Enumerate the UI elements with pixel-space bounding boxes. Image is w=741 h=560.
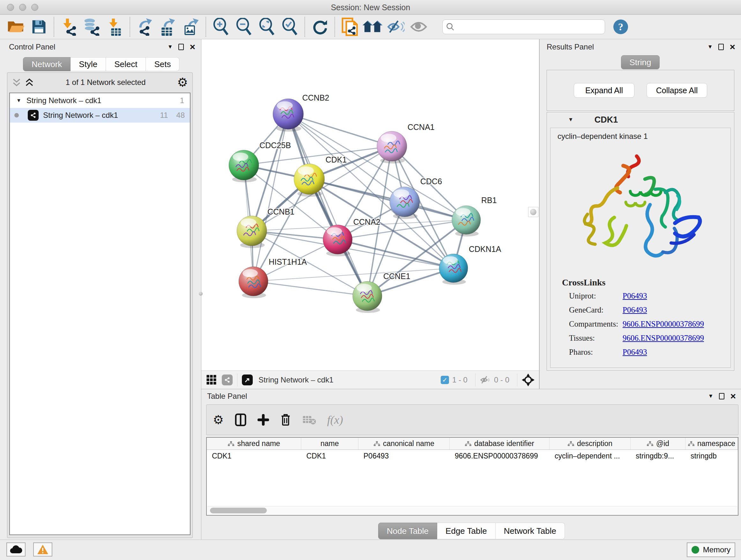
network-node-cdc25b[interactable]: CDC25B xyxy=(229,141,291,182)
node-label: CCNB2 xyxy=(302,93,329,102)
detach-view-button[interactable] xyxy=(242,374,253,385)
network-node-ccne1[interactable]: CCNE1 xyxy=(353,272,410,313)
table-cell[interactable]: CDK1 xyxy=(301,450,358,462)
import-network-from-file-button[interactable] xyxy=(57,17,80,37)
hidden-eye-slash-icon xyxy=(480,375,491,384)
column-header[interactable]: @id xyxy=(630,438,685,449)
tab-node-table[interactable]: Node Table xyxy=(378,523,437,539)
network-node-rb1[interactable]: RB1 xyxy=(452,196,497,237)
collapse-all-button[interactable]: Collapse All xyxy=(647,83,707,98)
zoom-out-button[interactable] xyxy=(232,17,255,37)
network-node-cdkn1a[interactable]: CDKN1A xyxy=(439,245,501,285)
collapse-all-icon[interactable] xyxy=(12,78,21,87)
results-panel-close-icon[interactable]: × xyxy=(730,44,735,50)
scrollbar-thumb[interactable] xyxy=(210,508,267,513)
open-session-button[interactable] xyxy=(4,17,27,37)
import-network-from-database-button[interactable] xyxy=(80,17,104,37)
crosslink-link[interactable]: P06493 xyxy=(623,306,647,314)
birds-eye-view-icon[interactable] xyxy=(522,374,535,386)
table-cell[interactable]: cyclin–dependent ... xyxy=(549,450,630,462)
column-type-icon xyxy=(688,441,695,447)
table-row[interactable]: CDK1CDK1P064939606.ENSP00000378699cyclin… xyxy=(207,450,738,462)
export-image-button[interactable] xyxy=(179,17,202,37)
help-button[interactable]: ? xyxy=(613,19,628,34)
column-header[interactable]: shared name xyxy=(207,438,301,449)
panel-divider-dot[interactable] xyxy=(199,292,203,296)
expand-all-icon[interactable] xyxy=(24,78,34,87)
network-options-gear-icon[interactable]: ⚙ xyxy=(177,76,188,88)
search-input[interactable] xyxy=(455,22,602,31)
show-all-button[interactable] xyxy=(407,17,430,37)
column-header[interactable]: canonical name xyxy=(358,438,450,449)
table-cell[interactable]: CDK1 xyxy=(207,450,301,462)
column-header[interactable]: name xyxy=(301,438,358,449)
table-options-gear-icon[interactable]: ⚙ xyxy=(213,414,224,426)
network-node-ccnb1[interactable]: CCNB1 xyxy=(237,207,294,248)
export-network-button[interactable] xyxy=(133,17,156,37)
tree-expander-icon[interactable]: ▼ xyxy=(16,98,21,104)
network-view-icon[interactable] xyxy=(222,374,232,385)
zoom-fit-button[interactable] xyxy=(255,17,278,37)
network-edge[interactable] xyxy=(253,114,288,281)
network-edge[interactable] xyxy=(288,114,392,146)
network-edge[interactable] xyxy=(253,281,367,296)
new-network-from-selection-button[interactable] xyxy=(338,17,361,37)
tab-network-table[interactable]: Network Table xyxy=(495,523,565,539)
tab-string[interactable]: String xyxy=(621,55,660,69)
table-cell[interactable]: stringdb xyxy=(685,450,738,462)
tab-edge-table[interactable]: Edge Table xyxy=(437,523,495,539)
crosslink-link[interactable]: P06493 xyxy=(623,292,647,300)
network-collection-row[interactable]: ▼ String Network – cdk1 1 xyxy=(10,93,190,108)
delete-column-icon[interactable] xyxy=(280,413,291,427)
column-header[interactable]: namespace xyxy=(685,438,738,449)
results-panel-float-icon[interactable] xyxy=(718,44,724,50)
table-panel-close-icon[interactable]: × xyxy=(730,393,736,399)
network-edge[interactable] xyxy=(288,114,367,296)
network-node-hist1h1a[interactable]: HIST1H1A xyxy=(239,257,307,298)
warnings-button[interactable] xyxy=(33,543,52,557)
crosslink-link[interactable]: 9606.ENSP00000378699 xyxy=(623,320,704,328)
zoom-selected-button[interactable] xyxy=(278,17,301,37)
table-panel-float-icon[interactable] xyxy=(719,393,724,399)
tab-network[interactable]: Network xyxy=(23,57,71,71)
zoom-in-button[interactable] xyxy=(209,17,232,37)
table-cell[interactable]: stringdb:9... xyxy=(630,450,685,462)
first-neighbors-button[interactable] xyxy=(361,17,384,37)
network-canvas[interactable]: CCNB2CCNA1CDC25BCDK1CDC6RB1CCNB1CCNA2CDK… xyxy=(201,39,539,370)
show-columns-icon[interactable] xyxy=(234,413,247,427)
hide-selection-button[interactable] xyxy=(384,17,407,37)
cloud-status-button[interactable] xyxy=(6,543,25,557)
add-column-icon[interactable] xyxy=(258,414,269,426)
import-table-from-file-button[interactable] xyxy=(104,17,126,37)
protein-section-expander-icon[interactable]: ▼ xyxy=(568,117,574,123)
tab-select[interactable]: Select xyxy=(106,57,146,71)
control-panel-float-icon[interactable] xyxy=(179,44,184,50)
table-panel-collapse-icon[interactable]: ▼ xyxy=(708,393,714,399)
selected-checkbox-icon[interactable]: ✓ xyxy=(441,376,449,384)
table-cell[interactable]: 9606.ENSP00000378699 xyxy=(450,450,549,462)
crosslink-link[interactable]: 9606.ENSP00000378699 xyxy=(623,334,704,343)
table-horizontal-scrollbar[interactable] xyxy=(207,506,737,514)
tab-sets[interactable]: Sets xyxy=(146,57,179,71)
save-session-button[interactable] xyxy=(27,17,51,37)
network-row[interactable]: String Network – cdk1 11 48 xyxy=(10,108,190,123)
results-panel-collapse-icon[interactable]: ▼ xyxy=(708,44,713,50)
control-panel-collapse-icon[interactable]: ▼ xyxy=(167,44,173,50)
network-node-cdc6[interactable]: CDC6 xyxy=(390,177,442,219)
network-node-cdk1[interactable]: CDK1 xyxy=(294,155,347,197)
panel-divider-handle[interactable] xyxy=(528,207,538,217)
column-header[interactable]: description xyxy=(549,438,630,449)
table-cell[interactable]: P06493 xyxy=(358,450,450,462)
crosslink-link[interactable]: P06493 xyxy=(623,348,647,357)
tab-style[interactable]: Style xyxy=(71,57,106,71)
expand-all-button[interactable]: Expand All xyxy=(574,83,634,98)
grid-view-icon[interactable] xyxy=(206,374,217,386)
network-label: String Network – cdk1 xyxy=(43,111,160,120)
memory-button[interactable]: Memory xyxy=(687,543,735,557)
apply-layout-button[interactable] xyxy=(308,17,331,37)
network-node-ccna1[interactable]: CCNA1 xyxy=(377,123,434,164)
column-header[interactable]: database identifier xyxy=(450,438,549,449)
control-panel-close-icon[interactable]: × xyxy=(190,44,195,50)
node-label: CDC6 xyxy=(420,177,442,186)
export-table-button[interactable] xyxy=(156,17,179,37)
